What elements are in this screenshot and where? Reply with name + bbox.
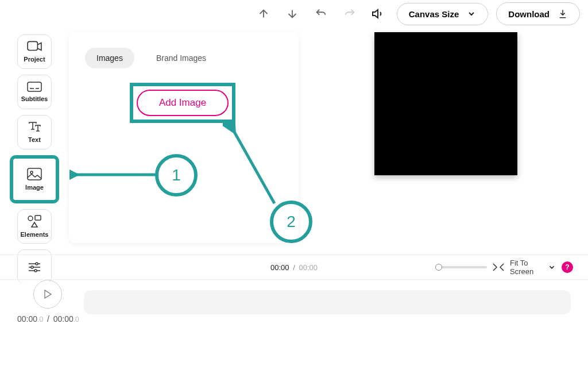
step-number: 2 xyxy=(287,213,296,231)
total-time: 00:00 xyxy=(299,263,318,272)
shapes-icon xyxy=(27,215,42,228)
left-sidebar: Project Subtitles Text Image Elements xyxy=(17,34,59,284)
svg-point-7 xyxy=(28,216,33,221)
redo-button[interactable] xyxy=(339,3,360,24)
tab-label: Images xyxy=(96,53,123,63)
tab-brand-images[interactable]: Brand Images xyxy=(145,48,218,68)
svg-rect-4 xyxy=(28,168,41,180)
download-button[interactable]: Download xyxy=(496,2,580,25)
sidebar-item-label: Project xyxy=(24,56,45,63)
canvas-size-button[interactable]: Canvas Size xyxy=(397,3,489,25)
top-toolbar: Canvas Size Download xyxy=(253,2,580,25)
time-separator: / xyxy=(293,263,295,272)
chevron-down-icon xyxy=(467,9,476,18)
text-icon xyxy=(28,121,41,133)
undo-button[interactable] xyxy=(311,3,331,24)
playhead-time: 00:00 / 00:00 xyxy=(270,263,318,272)
download-icon xyxy=(558,9,568,19)
sidebar-item-label: Text xyxy=(28,136,41,143)
tl-total-dec: .0 xyxy=(74,315,79,324)
subtitles-icon xyxy=(27,82,42,92)
svg-rect-6 xyxy=(35,215,41,220)
fit-controls: Fit To Screen ? xyxy=(435,259,573,276)
timeline-time: 00:00.0 / 00:00.0 xyxy=(17,314,79,324)
move-up-button[interactable] xyxy=(253,3,274,24)
video-icon xyxy=(27,41,42,52)
timeline-area: 00:00.0 / 00:00.0 xyxy=(0,280,588,332)
zoom-knob[interactable] xyxy=(435,264,442,271)
tl-total: 00:00 xyxy=(53,314,74,324)
add-image-highlight: Add Image xyxy=(130,83,235,123)
play-icon xyxy=(43,289,52,299)
arrow-annotation-1 xyxy=(69,169,158,180)
sidebar-item-label: Elements xyxy=(21,231,49,238)
svg-rect-1 xyxy=(28,82,41,91)
help-button[interactable]: ? xyxy=(562,261,573,273)
fit-icon xyxy=(493,263,504,271)
svg-point-5 xyxy=(30,171,33,174)
tl-current: 00:00 xyxy=(17,314,37,324)
fit-label[interactable]: Fit To Screen xyxy=(510,259,542,276)
tl-separator: / xyxy=(47,314,49,324)
sidebar-item-subtitles[interactable]: Subtitles xyxy=(17,75,52,109)
download-label: Download xyxy=(508,9,550,19)
tab-images[interactable]: Images xyxy=(85,48,134,68)
panel-tabs: Images Brand Images xyxy=(85,48,283,68)
play-button[interactable] xyxy=(33,280,62,309)
image-icon xyxy=(27,168,42,180)
add-image-label: Add Image xyxy=(159,97,206,109)
move-down-button[interactable] xyxy=(282,3,303,24)
volume-button[interactable] xyxy=(368,3,389,24)
step-marker-1: 1 xyxy=(155,154,198,197)
chevron-down-icon[interactable] xyxy=(548,263,556,271)
sidebar-item-text[interactable]: Text xyxy=(17,115,52,149)
canvas-preview[interactable] xyxy=(374,32,517,175)
sidebar-item-elements[interactable]: Elements xyxy=(17,209,52,244)
status-bar: 00:00 / 00:00 Fit To Screen ? xyxy=(0,255,588,280)
arrow-annotation-2 xyxy=(223,123,280,209)
help-label: ? xyxy=(565,263,569,271)
tl-current-dec: .0 xyxy=(37,315,43,324)
sidebar-item-image[interactable]: Image xyxy=(10,155,59,203)
add-image-button[interactable]: Add Image xyxy=(137,90,229,116)
svg-line-15 xyxy=(233,130,274,203)
step-number: 1 xyxy=(172,166,181,184)
zoom-slider[interactable] xyxy=(435,266,487,268)
sidebar-item-label: Subtitles xyxy=(21,95,48,102)
sidebar-item-label: Image xyxy=(25,184,44,191)
current-time: 00:00 xyxy=(270,263,289,272)
sidebar-item-project[interactable]: Project xyxy=(17,34,52,69)
timeline-track[interactable] xyxy=(84,290,571,314)
canvas-size-label: Canvas Size xyxy=(409,9,459,19)
svg-rect-0 xyxy=(28,41,37,50)
tab-label: Brand Images xyxy=(156,53,206,63)
